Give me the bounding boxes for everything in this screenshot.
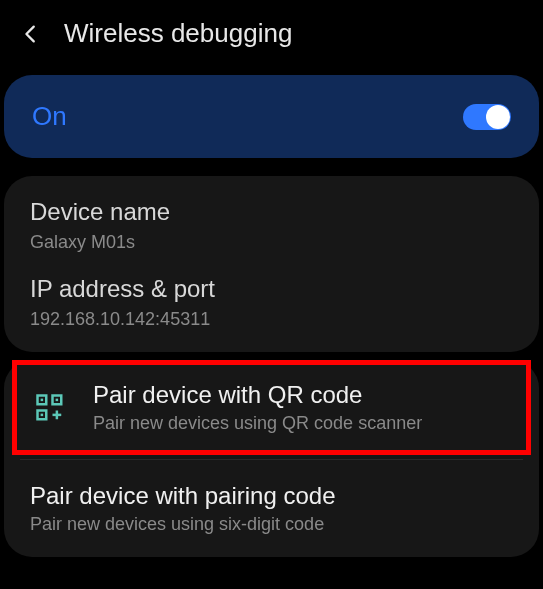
pair-methods-card: Pair device with QR code Pair new device… [4,360,539,557]
page-title: Wireless debugging [64,18,292,49]
pair-qr-item[interactable]: Pair device with QR code Pair new device… [12,360,531,455]
toggle-status-label: On [32,101,67,132]
back-icon[interactable] [20,23,42,45]
pair-qr-title: Pair device with QR code [93,381,508,409]
pair-code-sub: Pair new devices using six-digit code [30,514,513,535]
svg-rect-3 [56,398,59,401]
pair-qr-sub: Pair new devices using QR code scanner [93,413,508,434]
pair-code-title: Pair device with pairing code [30,482,513,510]
pair-code-item[interactable]: Pair device with pairing code Pair new d… [20,459,523,557]
ip-port-label: IP address & port [30,275,513,303]
svg-rect-5 [41,413,44,416]
svg-rect-1 [41,398,44,401]
ip-port-value: 192.168.10.142:45311 [30,309,513,330]
device-name-value: Galaxy M01s [30,232,513,253]
pair-code-text: Pair device with pairing code Pair new d… [30,482,513,535]
toggle-switch[interactable] [463,104,511,130]
ip-port-row[interactable]: IP address & port 192.168.10.142:45311 [30,275,513,330]
device-name-row[interactable]: Device name Galaxy M01s [30,198,513,253]
header: Wireless debugging [0,0,543,67]
device-name-label: Device name [30,198,513,226]
pair-qr-text: Pair device with QR code Pair new device… [93,381,508,434]
qr-code-icon [35,393,65,423]
wireless-debugging-toggle-row[interactable]: On [4,75,539,158]
device-info-card: Device name Galaxy M01s IP address & por… [4,176,539,352]
